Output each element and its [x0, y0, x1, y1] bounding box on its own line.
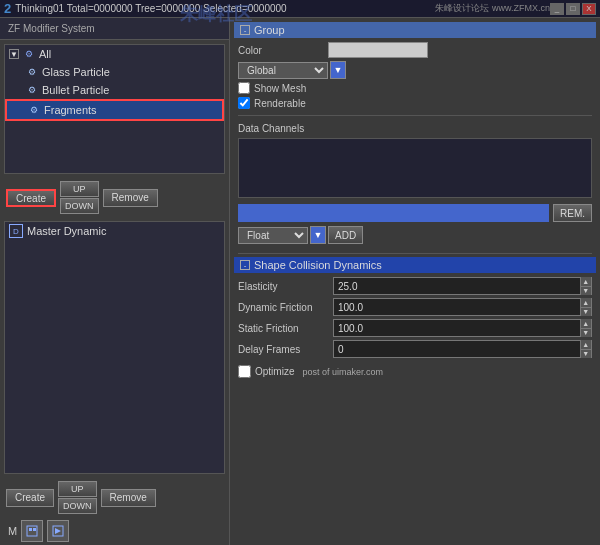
- gear-icon: ⚙: [22, 47, 36, 61]
- static-friction-spin-down[interactable]: ▼: [581, 329, 592, 338]
- elasticity-input-wrap: ▲ ▼: [333, 277, 592, 295]
- left-panel: ZF Modifier System ▼ ⚙ All ⚙ Glass Parti…: [0, 18, 230, 545]
- tree-item-glass[interactable]: ⚙ Glass Particle: [5, 63, 224, 81]
- delay-frames-spin-down[interactable]: ▼: [581, 350, 592, 359]
- create-button-bottom[interactable]: Create: [6, 489, 54, 507]
- show-mesh-checkbox[interactable]: [238, 82, 250, 94]
- particle-icon-bullet: ⚙: [25, 83, 39, 97]
- tree-panel: ▼ ⚙ All ⚙ Glass Particle ⚙ Bullet Partic…: [4, 44, 225, 174]
- app-logo: 2: [4, 1, 11, 16]
- particle-icon-glass: ⚙: [25, 65, 39, 79]
- add-button[interactable]: ADD: [328, 226, 363, 244]
- float-dropdown-arrow[interactable]: ▼: [310, 226, 326, 244]
- tree-item-all[interactable]: ▼ ⚙ All: [5, 45, 224, 63]
- rem-button[interactable]: REM.: [553, 204, 592, 222]
- expand-icon: ▼: [10, 50, 18, 59]
- delay-frames-input-wrap: ▲ ▼: [333, 340, 592, 358]
- scd-collapse-btn[interactable]: -: [240, 260, 250, 270]
- static-friction-input[interactable]: [334, 323, 580, 334]
- down-button-top[interactable]: DOWN: [60, 198, 99, 214]
- dynamic-friction-spinner: ▲ ▼: [580, 298, 592, 316]
- delay-frames-input[interactable]: [334, 344, 580, 355]
- particle-icon-fragments: ⚙: [27, 103, 41, 117]
- create-button-top[interactable]: Create: [6, 189, 56, 207]
- btn-row-bottom: Create UP DOWN Remove: [0, 478, 229, 517]
- dynamic-friction-spin-down[interactable]: ▼: [581, 308, 592, 317]
- up-button-bottom[interactable]: UP: [58, 481, 97, 497]
- global-dropdown-wrap: Global ▼: [234, 61, 596, 79]
- remove-button-bottom[interactable]: Remove: [101, 489, 156, 507]
- main-layout: ZF Modifier System ▼ ⚙ All ⚙ Glass Parti…: [0, 18, 600, 545]
- renderable-label: Renderable: [254, 98, 306, 109]
- renderable-row: Renderable: [234, 97, 596, 109]
- tree-item-fragments[interactable]: ⚙ Fragments: [5, 99, 224, 121]
- updown-group-top: UP DOWN: [60, 181, 99, 214]
- global-dropdown[interactable]: Global: [238, 62, 328, 79]
- list-item-label: Master Dynamic: [27, 225, 106, 237]
- show-mesh-label: Show Mesh: [254, 83, 306, 94]
- dynamic-friction-label: Dynamic Friction: [238, 302, 333, 313]
- dynamic-friction-input-wrap: ▲ ▼: [333, 298, 592, 316]
- delay-frames-label: Delay Frames: [238, 344, 333, 355]
- dynamic-friction-row: Dynamic Friction ▲ ▼: [234, 298, 596, 316]
- tree-glass-label: Glass Particle: [42, 66, 110, 78]
- delay-frames-spinner: ▲ ▼: [580, 340, 592, 358]
- global-dropdown-arrow[interactable]: ▼: [330, 61, 346, 79]
- optimize-checkbox[interactable]: [238, 365, 251, 378]
- scd-section-header: - Shape Collision Dynamics: [234, 257, 596, 273]
- renderable-checkbox[interactable]: [238, 97, 250, 109]
- data-channels-label: Data Channels: [234, 121, 596, 136]
- dynamic-friction-input[interactable]: [334, 302, 580, 313]
- scd-header-label: Shape Collision Dynamics: [254, 259, 382, 271]
- btn-row-top: Create UP DOWN Remove: [0, 178, 229, 217]
- static-friction-spin-up[interactable]: ▲: [581, 319, 592, 329]
- list-panel: D Master Dynamic: [4, 221, 225, 474]
- minimize-button[interactable]: _: [550, 3, 564, 15]
- watermark-site: 朱峰设计论坛 www.ZFMX.cn: [435, 2, 550, 15]
- tree-bullet-label: Bullet Particle: [42, 84, 109, 96]
- show-mesh-row: Show Mesh: [234, 82, 596, 94]
- static-friction-spinner: ▲ ▼: [580, 319, 592, 337]
- bottom-icon-row: M: [0, 517, 229, 545]
- fragment-icon-1: [25, 524, 39, 538]
- elasticity-label: Elasticity: [238, 281, 333, 292]
- delay-frames-spin-up[interactable]: ▲: [581, 340, 592, 350]
- title-bar: 2 Thinking01 Total=0000000 Tree=0000000 …: [0, 0, 600, 18]
- up-button-top[interactable]: UP: [60, 181, 99, 197]
- list-item-master[interactable]: D Master Dynamic: [5, 222, 224, 240]
- icon-btn-1[interactable]: [21, 520, 43, 542]
- post-label: post of uimaker.com: [302, 367, 383, 377]
- tree-expand-all[interactable]: ▼: [9, 49, 19, 59]
- tree-item-bullet[interactable]: ⚙ Bullet Particle: [5, 81, 224, 99]
- data-channels-box: [238, 138, 592, 198]
- color-row: Color: [234, 42, 596, 58]
- divider-2: [238, 253, 592, 254]
- optimize-label: Optimize: [255, 366, 294, 377]
- float-dropdown[interactable]: Float: [238, 227, 308, 244]
- add-row: Float ▼ ADD: [234, 224, 596, 246]
- close-button[interactable]: X: [582, 3, 596, 15]
- delay-frames-row: Delay Frames ▲ ▼: [234, 340, 596, 358]
- static-friction-row: Static Friction ▲ ▼: [234, 319, 596, 337]
- m-label: M: [8, 525, 17, 537]
- group-header-label: Group: [254, 24, 285, 36]
- rem-input[interactable]: [238, 204, 549, 222]
- window-controls: _ □ X: [550, 3, 596, 15]
- group-section-header: - Group: [234, 22, 596, 38]
- svg-marker-4: [55, 528, 61, 534]
- elasticity-spinner: ▲ ▼: [580, 277, 592, 295]
- maximize-button[interactable]: □: [566, 3, 580, 15]
- color-swatch[interactable]: [328, 42, 428, 58]
- dynamic-friction-spin-up[interactable]: ▲: [581, 298, 592, 308]
- down-button-bottom[interactable]: DOWN: [58, 498, 97, 514]
- icon-btn-2[interactable]: [47, 520, 69, 542]
- remove-button-top[interactable]: Remove: [103, 189, 158, 207]
- updown-group-bottom: UP DOWN: [58, 481, 97, 514]
- group-collapse-btn[interactable]: -: [240, 25, 250, 35]
- elasticity-row: Elasticity ▲ ▼: [234, 277, 596, 295]
- static-friction-label: Static Friction: [238, 323, 333, 334]
- elasticity-input[interactable]: [334, 281, 580, 292]
- optimize-row: Optimize post of uimaker.com: [234, 363, 596, 380]
- elasticity-spin-up[interactable]: ▲: [581, 277, 592, 287]
- elasticity-spin-down[interactable]: ▼: [581, 287, 592, 296]
